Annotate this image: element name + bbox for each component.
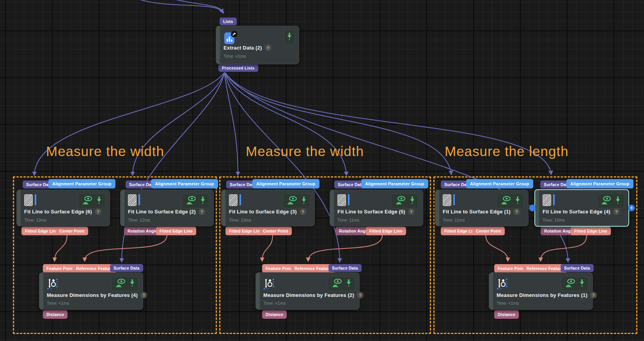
port-alignment-parameter-group[interactable]: Alignment Parameter Group xyxy=(252,179,319,188)
preview-eye-icon[interactable] xyxy=(115,278,126,289)
node-toolbar xyxy=(497,194,524,208)
preview-eye-icon[interactable] xyxy=(500,195,511,206)
download-result-icon[interactable] xyxy=(410,196,415,206)
node-accent-strip xyxy=(330,190,334,226)
help-icon[interactable]: ? xyxy=(95,208,101,215)
wire-centerpoint-to-featurepoint-g2 xyxy=(262,235,273,261)
port-alignment-parameter-group[interactable]: Alignment Parameter Group xyxy=(566,179,633,188)
node-extract-data-2[interactable]: Extract Data (2) ? Time: <1ms xyxy=(216,26,299,64)
node-fit-line-4-selected[interactable]: Fit Line to Surface Edge (4) ? Time: 10m… xyxy=(534,189,629,227)
preview-eye-icon[interactable] xyxy=(287,195,298,206)
port-processed-lists-output[interactable]: Processed Lists xyxy=(218,64,258,72)
node-title: Measure Dimensions by Features (2) xyxy=(263,292,354,298)
node-fit-line-3[interactable]: Fit Line to Surface Edge (3) ? Time: 13m… xyxy=(221,190,315,226)
port-distance[interactable]: Distance xyxy=(262,310,287,319)
node-measure-dimensions-2[interactable]: Measure Dimensions by Features (2) ? Tim… xyxy=(255,272,360,310)
node-time: Time: 11ms xyxy=(443,218,465,222)
node-fit-line-2[interactable]: Fit Line to Surface Edge (2) ? Time: 12m… xyxy=(120,190,214,226)
download-result-icon[interactable] xyxy=(96,196,102,206)
port-alignment-parameter-group[interactable]: Alignment Parameter Group xyxy=(466,179,533,188)
node-title: Fit Line to Surface Edge (1) xyxy=(443,209,511,215)
node-toolbar xyxy=(328,276,355,291)
wire-into-lists-2 xyxy=(166,0,224,13)
node-fit-line-1[interactable]: Fit Line to Surface Edge (1) ? Time: 11m… xyxy=(435,190,529,226)
help-icon[interactable]: ? xyxy=(265,44,271,51)
fit-line-icon xyxy=(337,194,349,206)
download-result-icon[interactable] xyxy=(579,279,585,289)
node-title: Fit Line to Surface Edge (4) xyxy=(543,209,610,215)
node-toolbar xyxy=(78,194,106,208)
wire-fittededge-to-reference-g3 xyxy=(541,235,587,261)
preview-eye-icon[interactable] xyxy=(332,278,342,289)
help-icon[interactable]: ? xyxy=(300,208,306,215)
port-rotation-angle[interactable]: Rotation Angle xyxy=(124,227,161,235)
graph-canvas[interactable]: Measure the width Measure the width Meas… xyxy=(0,0,644,341)
help-icon[interactable]: ? xyxy=(140,292,147,298)
node-title: Extract Data (2) xyxy=(224,45,262,51)
node-time: Time: 10ms xyxy=(543,218,565,222)
measure-dimensions-icon xyxy=(497,277,509,289)
port-alignment-parameter-group[interactable]: Alignment Parameter Group xyxy=(48,179,115,188)
help-icon[interactable]: ? xyxy=(613,208,620,215)
group-label-width-2[interactable]: Measure the width xyxy=(246,144,364,159)
port-alignment-parameter-group[interactable]: Alignment Parameter Group xyxy=(151,179,218,188)
node-accent-strip xyxy=(121,190,124,226)
port-distance[interactable]: Distance xyxy=(43,310,67,319)
redirect-arrow-icon xyxy=(231,31,238,37)
node-time: Time: 11ms xyxy=(337,218,359,222)
preview-eye-icon[interactable] xyxy=(395,195,406,206)
node-time: Time: 13ms xyxy=(24,218,46,222)
port-feature-point[interactable]: Feature Point xyxy=(43,264,77,273)
node-time: Time: <1ms xyxy=(497,301,519,305)
help-icon[interactable]: ? xyxy=(199,208,205,215)
node-toolbar xyxy=(597,194,624,208)
help-icon[interactable]: ? xyxy=(513,208,520,215)
port-fitted-edge-line[interactable]: Fitted Edge Line xyxy=(366,227,406,235)
port-distance[interactable]: Distance xyxy=(494,310,519,319)
download-result-icon[interactable] xyxy=(615,196,621,206)
wire-fittededge-to-reference-g2 xyxy=(308,235,382,261)
node-measure-dimensions-4[interactable]: Measure Dimensions by Features (4) ? Tim… xyxy=(39,272,143,310)
port-surface-data[interactable]: Surface Data xyxy=(561,264,594,272)
node-fit-line-5[interactable]: Fit Line to Surface Edge (5) ? Time: 11m… xyxy=(330,190,423,226)
port-center-point[interactable]: Center Point xyxy=(472,227,505,235)
port-center-point[interactable]: Center Point xyxy=(56,227,88,235)
port-alignment-parameter-group[interactable]: Alignment Parameter Group xyxy=(361,179,428,188)
preview-eye-icon[interactable] xyxy=(82,195,93,206)
wire-centerpoint-to-featurepoint-g1 xyxy=(55,235,67,261)
fit-line-icon xyxy=(128,194,140,206)
node-title: Fit Line to Surface Edge (5) xyxy=(337,209,405,215)
port-fitted-edge-line[interactable]: Fitted Edge Line xyxy=(571,227,611,235)
port-lists-input[interactable]: Lists xyxy=(220,18,237,25)
help-icon[interactable]: ? xyxy=(590,292,597,298)
group-label-length[interactable]: Measure the length xyxy=(445,144,569,159)
download-result-icon[interactable] xyxy=(287,32,292,42)
node-time: Time: 12ms xyxy=(128,218,150,222)
download-result-icon[interactable] xyxy=(301,196,307,206)
node-accent-strip xyxy=(435,190,439,226)
add-connection-handle[interactable]: + xyxy=(628,204,635,211)
port-surface-data[interactable]: Surface Data xyxy=(328,264,362,272)
wire-into-lists-1 xyxy=(132,0,223,12)
preview-eye-icon[interactable] xyxy=(186,195,197,206)
measure-dimensions-icon xyxy=(263,277,276,289)
help-icon[interactable]: ? xyxy=(357,292,364,298)
download-result-icon[interactable] xyxy=(515,196,520,206)
port-surface-data[interactable]: Surface Data xyxy=(110,264,143,272)
port-fitted-edge-line[interactable]: Fitted Edge Line xyxy=(156,227,196,235)
connection-handle[interactable] xyxy=(529,204,536,211)
download-result-icon[interactable] xyxy=(130,279,135,289)
group-label-width-1[interactable]: Measure the width xyxy=(46,144,164,159)
fit-line-icon xyxy=(543,194,555,206)
fit-line-icon xyxy=(24,194,36,206)
download-result-icon[interactable] xyxy=(346,279,351,289)
node-fit-line-6[interactable]: Fit Line to Surface Edge (6) ? Time: 13m… xyxy=(16,190,110,226)
node-accent-strip xyxy=(39,273,43,309)
port-center-point[interactable]: Center Point xyxy=(259,227,292,235)
preview-eye-icon[interactable] xyxy=(565,278,576,289)
help-icon[interactable]: ? xyxy=(408,208,415,215)
preview-eye-icon[interactable] xyxy=(601,195,612,206)
wire-lists-to-fit2 xyxy=(133,73,224,175)
node-measure-dimensions-1[interactable]: Measure Dimensions by Features (1) ? Tim… xyxy=(489,272,593,310)
download-result-icon[interactable] xyxy=(200,196,206,206)
